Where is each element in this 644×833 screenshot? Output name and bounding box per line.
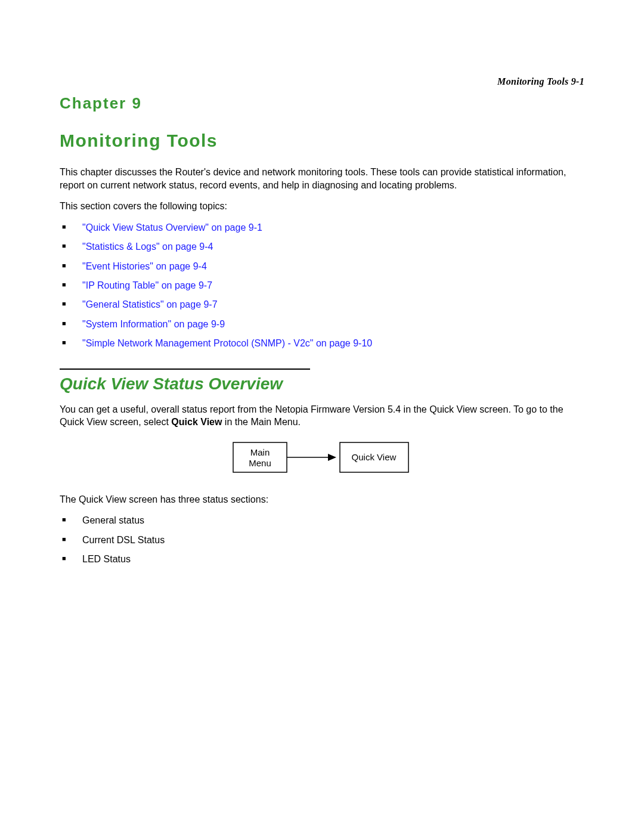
section-title: Quick View Status Overview xyxy=(60,374,584,394)
topic-item: "IP Routing Table" on page 9-7 xyxy=(60,279,584,292)
running-header: Monitoring Tools 9-1 xyxy=(497,76,584,87)
list-item-label: LED Status xyxy=(82,554,131,564)
intro-paragraph: This chapter discusses the Router's devi… xyxy=(60,166,584,191)
status-sections-list: General status Current DSL Status LED St… xyxy=(60,514,584,566)
after-diagram-paragraph: The Quick View screen has three status s… xyxy=(60,493,584,506)
cross-reference-link[interactable]: "General Statistics" on page 9-7 xyxy=(82,299,218,309)
topic-item: "Statistics & Logs" on page 9-4 xyxy=(60,240,584,253)
list-item: General status xyxy=(60,514,584,527)
cross-reference-link[interactable]: "Quick View Status Overview" on page 9-1 xyxy=(82,222,262,233)
diagram-label: Quick View xyxy=(352,452,397,462)
navigation-diagram: Main Menu Quick View xyxy=(60,442,584,478)
cross-reference-link[interactable]: "IP Routing Table" on page 9-7 xyxy=(82,280,212,290)
topic-item: "System Information" on page 9-9 xyxy=(60,318,584,331)
diagram-svg: Main Menu Quick View xyxy=(233,442,411,478)
list-item-label: Current DSL Status xyxy=(82,535,165,545)
para-bold: Quick View xyxy=(171,417,222,427)
section1-paragraph: You can get a useful, overall status rep… xyxy=(60,403,584,429)
diagram-label: Menu xyxy=(249,458,271,468)
cross-reference-link[interactable]: "System Information" on page 9-9 xyxy=(82,319,225,329)
arrow-right-icon xyxy=(328,454,336,461)
topic-item: "Quick View Status Overview" on page 9-1 xyxy=(60,221,584,234)
para-text: in the Main Menu. xyxy=(222,417,301,427)
section-divider xyxy=(60,368,310,370)
document-page: Monitoring Tools 9-1 Chapter 9 Monitorin… xyxy=(0,0,644,833)
topic-item: "General Statistics" on page 9-7 xyxy=(60,298,584,311)
chapter-title: Monitoring Tools xyxy=(60,131,584,151)
para-text: You can get a useful, overall status rep… xyxy=(60,404,564,428)
cross-reference-link[interactable]: "Event Histories" on page 9-4 xyxy=(82,261,207,271)
cross-reference-link[interactable]: "Statistics & Logs" on page 9-4 xyxy=(82,241,213,252)
topic-item: "Simple Network Management Protocol (SNM… xyxy=(60,337,584,350)
cross-reference-link[interactable]: "Simple Network Management Protocol (SNM… xyxy=(82,338,372,348)
list-item-label: General status xyxy=(82,515,144,525)
topics-list: "Quick View Status Overview" on page 9-1… xyxy=(60,221,584,351)
list-item: LED Status xyxy=(60,553,584,566)
topic-item: "Event Histories" on page 9-4 xyxy=(60,260,584,273)
diagram-label: Main xyxy=(250,447,270,457)
list-item: Current DSL Status xyxy=(60,534,584,547)
chapter-label: Chapter 9 xyxy=(60,94,584,113)
topics-lead: This section covers the following topics… xyxy=(60,200,584,213)
